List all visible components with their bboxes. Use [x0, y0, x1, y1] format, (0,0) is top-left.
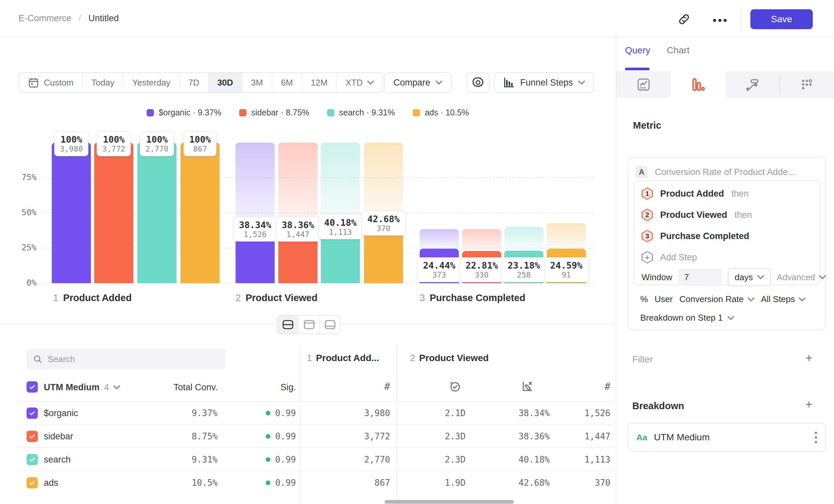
range-3m[interactable]: 3M	[242, 73, 272, 92]
compare-button[interactable]: Compare	[384, 72, 452, 93]
chart-step-label-2: 2Product Viewed	[236, 293, 317, 303]
group-column-label: UTM Medium	[44, 382, 100, 393]
table-row-search[interactable]: search9.31%0.992,7702.3D40.18%1,113	[19, 447, 614, 471]
range-yesterday[interactable]: Yesterday	[123, 73, 179, 92]
measure-scope-label: All Steps	[761, 294, 795, 304]
advanced-toggle[interactable]: Advanced	[776, 272, 826, 282]
table-row-sidebar[interactable]: sidebar8.75%0.993,7722.3D38.36%1,447	[19, 424, 614, 447]
bar-step3-sidebar[interactable]	[462, 251, 501, 283]
range-6m[interactable]: 6M	[272, 73, 302, 92]
legend-item-ads[interactable]: ads · 10.5%	[413, 108, 469, 117]
ghost-bar-step3-sidebar	[462, 229, 501, 251]
query-step-3[interactable]: 3Purchase Completed	[642, 226, 820, 247]
table-step1-header[interactable]: 1 Product Add...	[307, 353, 379, 363]
chart-type-tab-journeys[interactable]	[725, 71, 780, 98]
bar-step3-search[interactable]	[504, 251, 543, 283]
view-toggle-split[interactable]	[277, 316, 298, 334]
total-conv-column-header[interactable]: Total Conv.	[151, 382, 218, 393]
property-type-icon: Aa	[636, 432, 647, 443]
row-significance: 0.99	[236, 471, 296, 495]
top-panel-view-icon	[304, 320, 315, 329]
select-all-checkbox[interactable]	[26, 381, 38, 393]
row-checkbox[interactable]	[26, 408, 38, 419]
breakdown-heading: Breakdown	[632, 400, 684, 412]
legend-item-sidebar[interactable]: sidebar · 8.75%	[239, 108, 309, 117]
sig-column-header[interactable]: Sig.	[236, 382, 296, 393]
chart-type-button[interactable]: Funnel Steps	[493, 72, 594, 93]
row-checkbox[interactable]	[26, 431, 38, 442]
table-row-ads[interactable]: ads10.5%0.998671.9D42.68%370	[19, 471, 614, 494]
check-icon	[28, 410, 36, 417]
main-right-divider	[616, 37, 616, 504]
conversion-rate-icon[interactable]	[514, 380, 541, 394]
breadcrumb-parent[interactable]: E-Commerce	[19, 13, 71, 24]
window-value-input[interactable]	[678, 269, 722, 286]
tab-chart[interactable]: Chart	[667, 45, 689, 56]
legend-item-organic[interactable]: $organic · 9.37%	[147, 108, 221, 117]
funnel-steps-icon	[503, 76, 515, 89]
bar-step1-organic[interactable]	[52, 143, 91, 283]
search-input[interactable]	[48, 354, 219, 364]
measure-prefix[interactable]: %	[640, 294, 648, 304]
breadcrumb-current[interactable]: Untitled	[89, 13, 119, 24]
bar-step1-sidebar[interactable]	[94, 143, 133, 283]
legend-item-search[interactable]: search · 9.31%	[327, 108, 395, 117]
measure-scope-select[interactable]: All Steps	[761, 294, 806, 304]
chart-step-label-3: 3Purchase Completed	[420, 293, 525, 303]
breakdown-on-step-select[interactable]: Breakdown on Step 1	[640, 313, 734, 323]
metric-title: Conversion Rate of Product Adde...	[655, 167, 795, 177]
measure-entity[interactable]: User	[655, 294, 673, 304]
chart-type-tab-segmentation[interactable]	[616, 71, 671, 98]
chart-type-tab-funnel[interactable]	[671, 71, 725, 98]
check-icon	[28, 456, 36, 463]
bar-step2-search[interactable]	[321, 227, 360, 283]
range-custom[interactable]: Custom	[19, 73, 82, 92]
table-row-organic[interactable]: $organic9.37%0.993,9802.1D38.34%1,526	[19, 401, 614, 424]
save-button[interactable]: Save	[750, 9, 813, 29]
chevron-down-icon	[578, 80, 585, 85]
chart-settings-button[interactable]	[466, 72, 490, 93]
range-today[interactable]: Today	[82, 73, 123, 92]
step-number-badge: 2	[642, 209, 653, 221]
bar-step3-ads[interactable]	[547, 249, 586, 283]
advanced-label: Advanced	[776, 272, 815, 282]
range-7d[interactable]: 7D	[179, 73, 208, 92]
add-breakdown-button[interactable]: +	[806, 398, 812, 411]
search-icon	[33, 354, 42, 364]
bar-step2-organic[interactable]	[236, 229, 275, 283]
bar-step3-organic[interactable]	[420, 249, 459, 283]
view-toggle-chart-only[interactable]	[298, 316, 319, 334]
row-step1-count: 3,980	[357, 402, 390, 425]
bar-step2-ads[interactable]	[364, 223, 403, 283]
row-checkbox[interactable]	[26, 454, 38, 465]
query-step-2[interactable]: 2Product Viewedthen	[642, 204, 820, 226]
range-30d[interactable]: 30D	[208, 73, 242, 92]
bar-step2-sidebar[interactable]	[278, 229, 317, 283]
table-step2-header[interactable]: 2 Product Viewed	[410, 353, 489, 363]
more-menu-button[interactable]: •••	[712, 14, 728, 27]
kebab-menu-icon[interactable]: •••	[814, 430, 817, 445]
row-checkbox[interactable]	[26, 477, 38, 488]
share-link-button[interactable]	[677, 13, 691, 27]
breakdown-item[interactable]: Aa UTM Medium •••	[628, 423, 826, 452]
tab-query[interactable]: Query	[625, 45, 650, 56]
split-view-icon	[282, 320, 293, 329]
metric-title-row[interactable]: A Conversion Rate of Product Adde...	[636, 166, 826, 178]
step1-count-icon[interactable]: #	[357, 381, 390, 392]
query-step-1[interactable]: 1Product Addedthen	[642, 183, 820, 204]
group-column-header[interactable]: UTM Medium 4	[44, 381, 120, 393]
window-unit-select[interactable]: days	[728, 268, 771, 286]
add-step-button[interactable]: +Add Step	[642, 247, 820, 268]
bar-step1-search[interactable]	[137, 143, 176, 283]
step2-count-icon[interactable]: #	[577, 381, 610, 392]
chart-type-tab-more[interactable]	[780, 71, 834, 98]
window-label: Window	[642, 272, 672, 282]
range-xtd[interactable]: XTD	[336, 73, 382, 92]
avg-time-icon[interactable]	[442, 380, 468, 394]
horizontal-scrollbar-thumb[interactable]	[385, 500, 514, 504]
range-12m[interactable]: 12M	[302, 73, 336, 92]
add-filter-button[interactable]: +	[806, 352, 812, 364]
measure-metric-select[interactable]: Conversion Rate	[679, 294, 754, 304]
bar-step1-ads[interactable]	[180, 143, 220, 283]
view-toggle-table-only[interactable]	[319, 316, 340, 334]
